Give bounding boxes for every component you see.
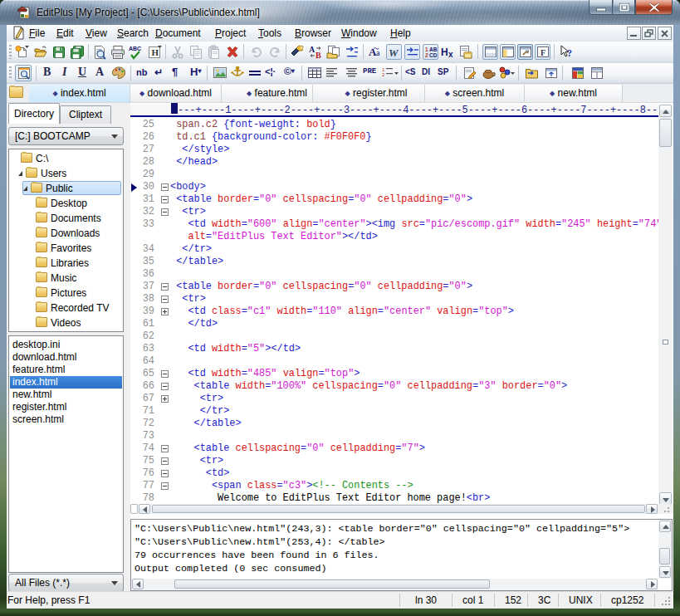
svg-text:2: 2	[382, 72, 385, 77]
svg-text:AB: AB	[429, 46, 438, 52]
svg-text:2: 2	[425, 52, 428, 58]
svg-text:A: A	[309, 45, 316, 54]
svg-text:a: a	[376, 48, 380, 57]
svg-text:CD: CD	[429, 52, 438, 58]
svg-text:H: H	[152, 47, 159, 57]
svg-text:x: x	[448, 50, 453, 59]
svg-text:F: F	[541, 48, 545, 57]
svg-text:1: 1	[425, 46, 428, 52]
svg-text:H: H	[441, 46, 448, 58]
svg-text:W: W	[389, 46, 399, 59]
svg-text:?: ?	[567, 47, 572, 59]
svg-text:B: B	[316, 51, 321, 60]
svg-text:ABC: ABC	[129, 46, 141, 51]
